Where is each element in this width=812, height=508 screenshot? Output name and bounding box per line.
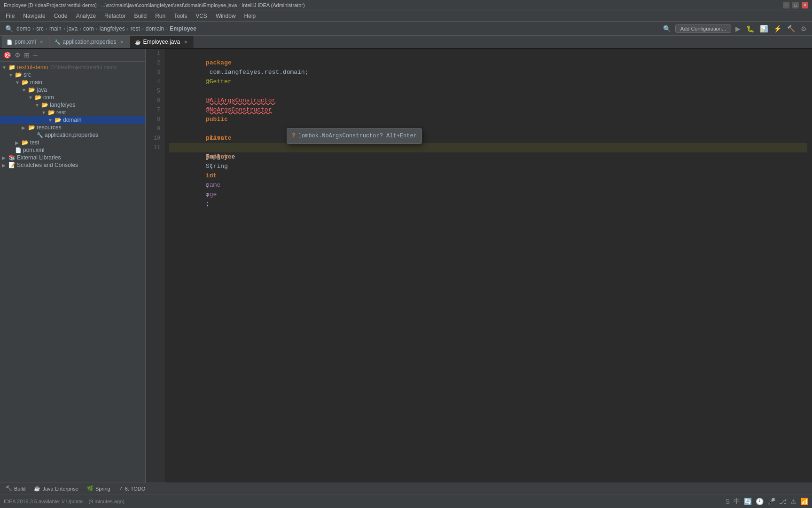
breadcrumb-rest[interactable]: rest bbox=[131, 25, 140, 32]
maximize-button[interactable]: □ bbox=[792, 2, 799, 8]
line-num-11: 11 bbox=[146, 143, 160, 152]
close-button[interactable]: ✕ bbox=[802, 2, 808, 8]
menu-help[interactable]: Help bbox=[241, 12, 260, 20]
git-icon: ⎇ bbox=[779, 498, 787, 505]
tab-pom-xml[interactable]: 📄 pom.xml ✕ bbox=[2, 36, 50, 48]
menu-refactor[interactable]: Refactor bbox=[101, 12, 129, 20]
tab-application-properties[interactable]: 🔧 application.properties ✕ bbox=[50, 36, 130, 48]
nav-bar: 🔍 demo › src › main › java › com › langf… bbox=[0, 22, 812, 36]
window-title: Employee [D:\IdeaProjects\restful-demo] … bbox=[4, 2, 783, 8]
breadcrumb-java[interactable]: java bbox=[67, 25, 78, 32]
tree-item-src[interactable]: ▼ 📂 src bbox=[0, 71, 145, 79]
build-project-button[interactable]: 🔨 bbox=[786, 24, 796, 33]
menu-tools[interactable]: Tools bbox=[170, 12, 191, 20]
project-path: D:\IdeaProjects\restful-demo bbox=[51, 64, 117, 70]
menu-navigate[interactable]: Navigate bbox=[19, 12, 49, 20]
debug-button[interactable]: 🐛 bbox=[745, 24, 756, 33]
menu-run[interactable]: Run bbox=[151, 12, 169, 20]
tab-props-close[interactable]: ✕ bbox=[118, 39, 125, 45]
menu-vcs[interactable]: VCS bbox=[192, 12, 211, 20]
coverage-button[interactable]: 📊 bbox=[758, 24, 769, 33]
ext-libs-icon: 📚 bbox=[8, 154, 16, 161]
bottom-tab-build[interactable]: 🔨 Build bbox=[2, 484, 29, 492]
tree-item-external-libraries[interactable]: ▶ 📚 External Libraries bbox=[0, 154, 145, 161]
tree-item-com[interactable]: ▼ 📂 com bbox=[0, 94, 145, 101]
project-tree: ▼ 📁 restful-demo D:\IdeaProjects\restful… bbox=[0, 62, 145, 483]
update-status[interactable]: IDEA 2019.3.5 available: // Update... (9… bbox=[4, 499, 125, 504]
warning-icon: ⚠ bbox=[790, 498, 796, 505]
breadcrumb-demo[interactable]: demo bbox=[16, 25, 31, 32]
tree-item-main[interactable]: ▼ 📂 main bbox=[0, 79, 145, 86]
tree-item-rest[interactable]: ▼ 📂 rest bbox=[0, 109, 145, 116]
menu-window[interactable]: Window bbox=[212, 12, 240, 20]
add-configuration-button[interactable]: Add Configuration... bbox=[675, 24, 731, 33]
search-everywhere-button[interactable]: 🔍 bbox=[662, 24, 672, 33]
bottom-tab-todo[interactable]: ✓ 6: TODO bbox=[115, 484, 149, 492]
tree-item-langfeiyes[interactable]: ▼ 📂 langfeiyes bbox=[0, 101, 145, 109]
application-properties-label: application.properties bbox=[45, 132, 98, 138]
tree-item-java-folder[interactable]: ▼ 📂 java bbox=[0, 86, 145, 94]
java-folder-icon: 📂 bbox=[28, 87, 35, 93]
code-line-11: } bbox=[169, 143, 807, 152]
breadcrumb-employee[interactable]: Employee bbox=[170, 25, 196, 32]
sidebar-expand-button[interactable]: ⊞ bbox=[23, 50, 31, 60]
tab-employee-java[interactable]: ☕ Employee.java ✕ bbox=[130, 36, 194, 48]
menu-file[interactable]: File bbox=[2, 12, 18, 20]
tree-item-pom-xml[interactable]: ▶ 📄 pom.xml bbox=[0, 146, 145, 154]
sidebar-locate-button[interactable]: 🎯 bbox=[2, 50, 12, 60]
build-icon: 🔨 bbox=[6, 485, 12, 492]
tab-bar: 📄 pom.xml ✕ 🔧 application.properties ✕ ☕… bbox=[0, 36, 812, 49]
props-file-icon: 🔧 bbox=[55, 40, 60, 45]
menu-build[interactable]: Build bbox=[130, 12, 150, 20]
code-line-4 bbox=[169, 77, 807, 87]
breadcrumb-domain[interactable]: domain bbox=[146, 25, 164, 32]
tab-props-label: application.properties bbox=[62, 39, 116, 45]
sidebar-settings-button[interactable]: ⚙ bbox=[14, 50, 22, 60]
breadcrumb-main[interactable]: main bbox=[49, 25, 62, 32]
line-num-2: 2 bbox=[146, 58, 160, 68]
java-folder-label: java bbox=[37, 87, 47, 93]
spring-icon: 🌿 bbox=[87, 485, 94, 492]
bottom-tab-spring[interactable]: 🌿 Spring bbox=[83, 484, 114, 492]
code-line-3: @Getter bbox=[169, 68, 807, 77]
nav-toolbar: 🔍 Add Configuration... ▶ 🐛 📊 ⚡ 🔨 ⚙ bbox=[662, 24, 808, 33]
minimize-button[interactable]: ─ bbox=[783, 2, 789, 8]
code-editor[interactable]: 1 2 3 4 5 6 7 8 9 10 11 package com.lang… bbox=[146, 49, 812, 483]
tooltip-popup[interactable]: ? lombok.NoArgsConstructor? Alt+Enter bbox=[287, 128, 422, 144]
tab-pom-label: pom.xml bbox=[15, 39, 36, 45]
chinese-icon: 中 bbox=[734, 497, 740, 506]
breadcrumb-com[interactable]: com bbox=[83, 25, 94, 32]
tree-project-root[interactable]: ▼ 📁 restful-demo D:\IdeaProjects\restful… bbox=[0, 64, 145, 71]
status-right: S 中 🔄 🕐 🎤 ⎇ ⚠ 📶 bbox=[726, 497, 808, 506]
tab-employee-close[interactable]: ✕ bbox=[182, 39, 189, 45]
status-bar: IDEA 2019.3.5 available: // Update... (9… bbox=[0, 494, 812, 508]
breadcrumb: demo › src › main › java › com › langfei… bbox=[16, 25, 196, 32]
code-content: package com.langfeiyes.rest.domain; @Get… bbox=[164, 49, 812, 483]
main-folder-icon: 📂 bbox=[22, 79, 29, 86]
menu-analyze[interactable]: Analyze bbox=[72, 12, 100, 20]
menu-code[interactable]: Code bbox=[50, 12, 71, 20]
main-label: main bbox=[30, 79, 42, 86]
pom-file-icon: 📄 bbox=[15, 147, 22, 153]
tree-item-domain[interactable]: ▼ 📂 domain bbox=[0, 116, 145, 124]
rest-label: rest bbox=[56, 109, 66, 116]
tree-item-scratches[interactable]: ▶ 📝 Scratches and Consoles bbox=[0, 161, 145, 169]
tree-item-resources[interactable]: ▶ 📂 resources bbox=[0, 124, 145, 131]
breadcrumb-src[interactable]: src bbox=[36, 25, 44, 32]
tab-pom-close[interactable]: ✕ bbox=[38, 39, 45, 45]
sidebar-collapse-button[interactable]: ─ bbox=[32, 50, 39, 60]
tree-item-application-properties[interactable]: ▶ 🔧 application.properties bbox=[0, 131, 145, 139]
breadcrumb-langfeiyes[interactable]: langfeiyes bbox=[100, 25, 125, 32]
code-line-9: private String name ; bbox=[169, 124, 807, 134]
tree-item-test[interactable]: ▶ 📂 test bbox=[0, 139, 145, 146]
test-folder-icon: 📂 bbox=[22, 139, 29, 146]
bottom-tab-java-enterprise[interactable]: ☕ Java Enterprise bbox=[30, 484, 82, 492]
nav-search-button[interactable]: 🔍 bbox=[4, 24, 15, 33]
run-button[interactable]: ▶ bbox=[734, 24, 742, 33]
settings-button[interactable]: ⚙ bbox=[799, 24, 808, 33]
menu-bar: File Navigate Code Analyze Refactor Buil… bbox=[0, 10, 812, 22]
scratches-icon: 📝 bbox=[8, 162, 16, 168]
mic-icon: 🎤 bbox=[767, 498, 775, 505]
sidebar: 🎯 ⚙ ⊞ ─ ▼ 📁 restful-demo D:\IdeaProjects… bbox=[0, 49, 146, 483]
profile-button[interactable]: ⚡ bbox=[772, 24, 783, 33]
